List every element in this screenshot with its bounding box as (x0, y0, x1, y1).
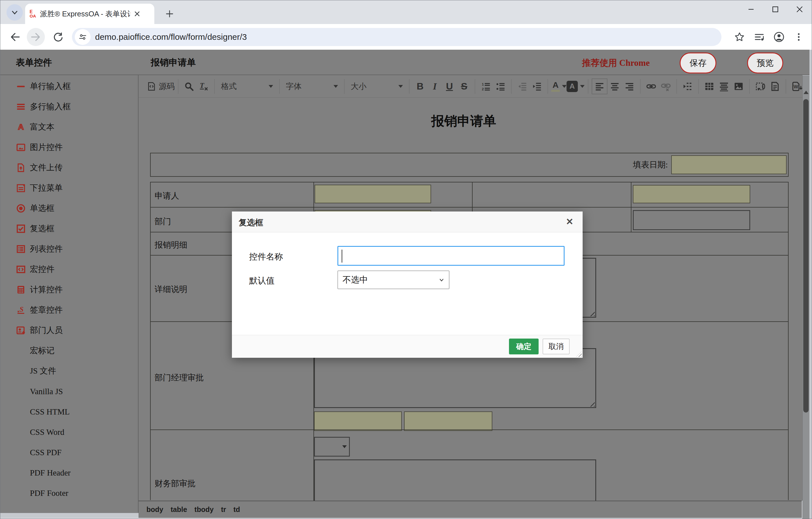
path-item-tbody[interactable]: tbody (194, 506, 213, 514)
window-close-button[interactable] (787, 0, 812, 18)
sidebar-item-pdf-footer[interactable]: PDF Footer (0, 484, 138, 502)
horizontal-rule-button[interactable] (717, 79, 731, 94)
sidebar-item-checkbox[interactable]: 复选框 (0, 220, 138, 238)
save-button[interactable]: 保存 (680, 53, 716, 74)
department-right-input[interactable] (633, 210, 750, 230)
insert-attachment-button[interactable] (753, 79, 768, 94)
insert-template-button[interactable] (768, 79, 782, 94)
window-minimize-button[interactable] (739, 0, 763, 18)
reload-button[interactable] (49, 28, 67, 46)
ordered-list-button[interactable]: 12 (478, 79, 493, 94)
sidebar-item-css-html[interactable]: CSS HTML (0, 403, 138, 421)
applicant-input[interactable] (315, 185, 431, 203)
underline-button[interactable]: U (442, 79, 457, 94)
text-color-button[interactable]: A (551, 79, 567, 94)
path-item-td[interactable]: td (233, 506, 240, 514)
manager-sign-input[interactable] (314, 411, 402, 431)
tab-search-button[interactable] (6, 4, 23, 21)
sidebar-item-radio[interactable]: 单选框 (0, 199, 138, 217)
tab-close-button[interactable] (132, 9, 142, 19)
checkbox-icon (16, 224, 26, 234)
address-bar[interactable]: demo.paioffice.com/flow/form/designer/3 (72, 28, 721, 46)
svg-text:A: A (18, 122, 24, 131)
strikethrough-button[interactable]: S (457, 79, 471, 94)
sidebar-item-css-pdf[interactable]: CSS PDF (0, 443, 138, 461)
preview-button[interactable]: 预览 (747, 53, 783, 74)
sidebar-item-signature-control[interactable]: S 签章控件 (0, 301, 138, 319)
background-color-button[interactable]: A (567, 79, 585, 94)
calculator-icon (16, 284, 26, 295)
paragraph-format-select[interactable]: 格式 (218, 79, 276, 94)
font-family-select[interactable]: 字体 (283, 79, 341, 94)
default-value-select[interactable]: 不选中 (338, 271, 450, 289)
ok-button[interactable]: 确定 (509, 338, 539, 354)
media-queue-button[interactable] (750, 28, 768, 46)
bulleted-list-button[interactable] (493, 79, 508, 94)
window-controls (739, 0, 812, 18)
control-name-input[interactable] (338, 246, 564, 266)
find-button[interactable] (182, 79, 196, 94)
sidebar-item-list-control[interactable]: 列表控件 (0, 240, 138, 258)
align-left-button[interactable] (592, 79, 607, 94)
align-right-button[interactable] (622, 79, 637, 94)
sidebar-item-image-control[interactable]: 图片控件 (0, 138, 138, 157)
sidebar-item-macro-mark[interactable]: 宏标记 (0, 342, 138, 360)
finance-approval-textarea[interactable] (314, 459, 596, 501)
bold-button[interactable]: B (413, 79, 428, 94)
insert-image-button[interactable] (731, 79, 746, 94)
sidebar-item-department-person[interactable]: 部门人员 (0, 321, 138, 339)
back-button[interactable] (6, 28, 24, 46)
cancel-button[interactable]: 取消 (543, 338, 570, 354)
path-item-tr[interactable]: tr (221, 506, 226, 514)
resize-grip-icon[interactable] (588, 309, 595, 316)
apply-date-input[interactable] (633, 185, 750, 203)
font-size-select[interactable]: 大小 (348, 79, 406, 94)
url-text[interactable]: demo.paioffice.com/flow/form/designer/3 (95, 32, 247, 42)
remove-link-button[interactable] (659, 79, 673, 94)
toolbar-separator (786, 79, 786, 94)
site-settings-icon[interactable] (75, 29, 91, 45)
insert-div-button[interactable] (680, 79, 695, 94)
sidebar-item-macro-control[interactable]: 宏控件 (0, 261, 138, 278)
insert-table-button[interactable] (702, 79, 717, 94)
browser-menu-button[interactable] (790, 28, 808, 46)
sidebar-item-pdf-header[interactable]: PDF Header (0, 464, 138, 482)
finance-select[interactable] (314, 437, 350, 457)
export-word-button[interactable]: W (789, 79, 804, 94)
sidebar-item-css-word[interactable]: CSS Word (0, 423, 138, 441)
sidebar-item-calc-control[interactable]: 计算控件 (0, 281, 138, 299)
dialog-header[interactable]: 复选框 ✕ (232, 212, 583, 233)
sidebar-item-rich-text[interactable]: A 富文本 (0, 118, 138, 136)
sidebar-item-multi-line-input[interactable]: 多行输入框 (0, 98, 138, 116)
avatar-icon (773, 31, 785, 43)
dialog-resize-grip[interactable] (576, 351, 582, 357)
manager-date-input[interactable] (404, 411, 492, 431)
new-tab-button[interactable] (163, 7, 176, 21)
sidebar-item-js-file[interactable]: JS 文件 (0, 362, 138, 380)
align-center-button[interactable] (607, 79, 622, 94)
sidebar-item-file-upload[interactable]: 文件上传 (0, 159, 138, 177)
sidebar-item-vanilla-js[interactable]: Vanilla JS (0, 382, 138, 401)
insert-link-button[interactable] (644, 79, 659, 94)
indent-button[interactable] (529, 79, 544, 94)
toolbar-separator (698, 79, 699, 94)
browser-tab[interactable]: E OA 派胜® ExpressOA - 表单设计器 (25, 4, 154, 24)
scrollbar-up-arrow[interactable] (804, 91, 809, 94)
italic-button[interactable]: I (428, 79, 442, 94)
fill-date-input[interactable] (671, 155, 787, 174)
remove-format-button[interactable]: T (196, 79, 211, 94)
source-code-button[interactable]: 源码 (146, 79, 175, 94)
path-item-body[interactable]: body (146, 506, 163, 514)
vertical-scrollbar-thumb[interactable] (803, 99, 809, 413)
profile-avatar-button[interactable] (770, 28, 788, 46)
path-item-table[interactable]: table (171, 506, 187, 514)
resize-grip-icon[interactable] (588, 400, 595, 407)
window-maximize-button[interactable] (763, 0, 787, 18)
sidebar-item-single-line-input[interactable]: 单行输入框 (0, 77, 138, 95)
outdent-button[interactable] (515, 79, 529, 94)
forward-button[interactable] (27, 28, 45, 46)
sidebar-item-dropdown-menu[interactable]: 下拉菜单 (0, 179, 138, 197)
fill-date-table: 填表日期: (150, 153, 789, 177)
bookmark-star-button[interactable] (730, 28, 749, 46)
dialog-close-button[interactable]: ✕ (564, 216, 575, 227)
